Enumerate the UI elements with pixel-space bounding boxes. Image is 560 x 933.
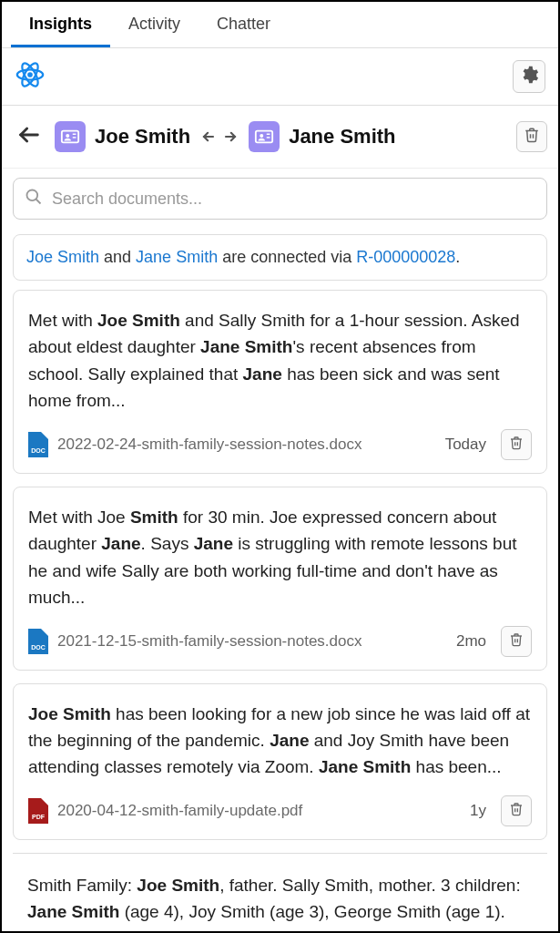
document-footer: DOC 2022-02-24-smith-family-session-note…	[28, 429, 532, 460]
svg-point-12	[260, 134, 263, 138]
delete-document-button[interactable]	[501, 795, 532, 826]
document-card[interactable]: Met with Joe Smith for 30 min. Joe expre…	[13, 487, 547, 671]
doc-file-icon: DOC	[28, 432, 48, 457]
document-filename: 2020-04-12-smith-family-update.pdf	[57, 802, 461, 820]
trash-icon	[509, 632, 524, 651]
search-box[interactable]	[13, 178, 547, 220]
atom-icon	[15, 59, 46, 94]
trash-icon	[509, 436, 524, 454]
tab-insights[interactable]: Insights	[11, 2, 110, 47]
connection-text: are connected via	[218, 248, 356, 266]
relation-header: Joe Smith Jane Smith	[2, 106, 558, 169]
gear-icon	[519, 65, 539, 88]
person-b-name: Jane Smith	[289, 125, 395, 149]
connection-text: and	[99, 248, 136, 266]
relation-arrows-icon	[199, 128, 239, 146]
connection-record-link[interactable]: R-000000028	[356, 248, 455, 266]
svg-point-0	[27, 72, 33, 77]
trash-icon	[524, 127, 540, 147]
svg-point-15	[27, 190, 38, 201]
search-input[interactable]	[52, 190, 535, 209]
document-footer: DOC 2021-12-15-smith-family-session-note…	[28, 626, 532, 657]
document-excerpt: Smith Family: Joe Smith, father. Sally S…	[27, 872, 533, 933]
search-wrap	[2, 169, 558, 229]
document-card[interactable]: Smith Family: Joe Smith, father. Sally S…	[13, 853, 547, 933]
document-age: 2mo	[456, 632, 486, 651]
document-card[interactable]: Joe Smith has been looking for a new job…	[13, 683, 547, 840]
pdf-file-icon: PDF	[28, 798, 48, 824]
connection-person-a-link[interactable]: Joe Smith	[26, 248, 99, 266]
document-filename: 2021-12-15-smith-family-session-notes.do…	[57, 632, 447, 651]
tab-bar: Insights Activity Chatter	[2, 2, 558, 48]
delete-relation-button[interactable]	[516, 121, 547, 152]
delete-document-button[interactable]	[501, 626, 532, 657]
app-frame: Insights Activity Chatter	[0, 0, 560, 933]
svg-line-16	[36, 200, 41, 204]
document-excerpt: Met with Joe Smith for 30 min. Joe expre…	[28, 504, 532, 611]
document-excerpt: Joe Smith has been looking for a new job…	[28, 701, 532, 781]
contact-badge-b	[249, 121, 280, 152]
document-card[interactable]: Met with Joe Smith and Sally Smith for a…	[13, 290, 547, 474]
search-icon	[25, 188, 43, 210]
tab-chatter[interactable]: Chatter	[199, 2, 289, 47]
back-button[interactable]	[13, 118, 46, 155]
connection-person-b-link[interactable]: Jane Smith	[136, 248, 218, 266]
person-a-name: Joe Smith	[95, 125, 190, 149]
app-header	[2, 48, 558, 106]
document-age: 1y	[470, 802, 486, 820]
doc-file-icon: DOC	[28, 629, 48, 654]
trash-icon	[509, 802, 524, 820]
connection-banner: Joe Smith and Jane Smith are connected v…	[13, 234, 547, 281]
contact-badge-a	[55, 121, 86, 152]
document-filename: 2022-02-24-smith-family-session-notes.do…	[57, 436, 436, 454]
delete-document-button[interactable]	[501, 429, 532, 460]
connection-text: .	[455, 248, 460, 266]
document-footer: PDF 2020-04-12-smith-family-update.pdf 1…	[28, 795, 532, 826]
document-excerpt: Met with Joe Smith and Sally Smith for a…	[28, 307, 532, 415]
document-age: Today	[445, 436, 486, 454]
settings-button[interactable]	[513, 60, 545, 93]
tab-activity[interactable]: Activity	[110, 2, 199, 47]
document-list: Met with Joe Smith and Sally Smith for a…	[2, 290, 558, 933]
svg-point-6	[66, 134, 69, 138]
